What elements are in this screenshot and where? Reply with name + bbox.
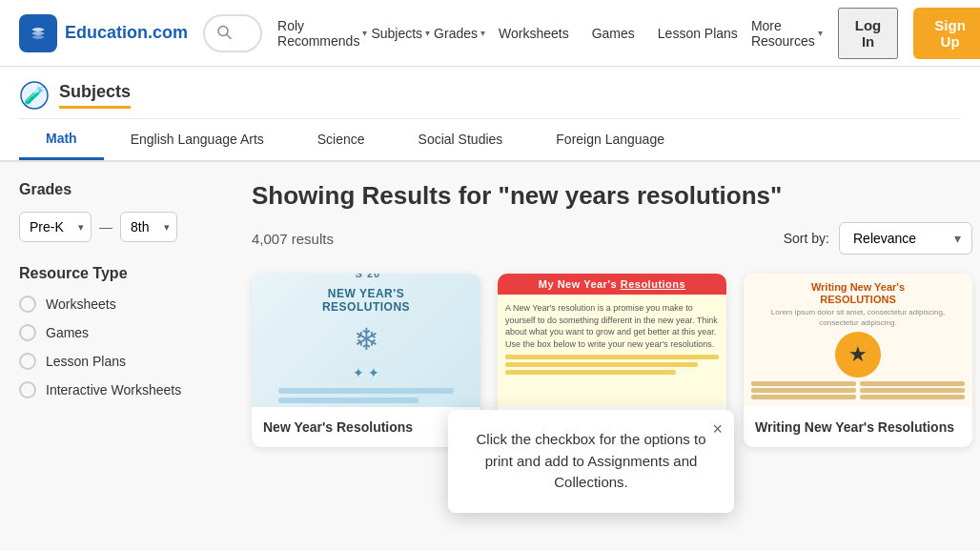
resource-type-section: Resource Type Worksheets Games Lesson Pl…	[19, 265, 229, 398]
login-button[interactable]: Log In	[838, 8, 899, 59]
resource-type-title: Resource Type	[19, 265, 229, 282]
logo-icon	[19, 14, 57, 52]
card-1[interactable]: 'S 20 NEW YEAR'SRESOLUTIONS ❄ ✦ ✦ New Ye…	[252, 274, 480, 447]
search-icon	[216, 24, 232, 42]
nav-games[interactable]: Games	[582, 20, 644, 47]
card-1-illustration: 'S 20 NEW YEAR'SRESOLUTIONS ❄ ✦ ✦	[252, 274, 480, 407]
tab-english[interactable]: English Language Arts	[104, 119, 291, 160]
lesson-plans-label: Lesson Plans	[46, 354, 126, 369]
tab-math[interactable]: Math	[19, 119, 104, 160]
tab-social-studies[interactable]: Social Studies	[392, 119, 530, 160]
radio-interactive-worksheets[interactable]	[19, 381, 36, 398]
card-2-image: My New Year's Resolutions A New Year's r…	[498, 274, 726, 407]
header-nav: Roly Recommends ▾ Subjects ▾ Grades ▾ Wo…	[277, 18, 823, 49]
chevron-down-icon: ▾	[362, 28, 367, 38]
chevron-down-icon: ▾	[480, 28, 485, 38]
card-1-image: 'S 20 NEW YEAR'SRESOLUTIONS ❄ ✦ ✦	[252, 274, 480, 407]
nav-more-resources[interactable]: More Resources ▾	[751, 18, 823, 49]
nav-subjects[interactable]: Subjects ▾	[371, 26, 430, 41]
results-count: 4,007 results	[252, 231, 334, 247]
sort-select[interactable]: Relevance Newest Most Popular	[839, 222, 972, 255]
resource-option-games[interactable]: Games	[19, 324, 229, 341]
svg-text:🧪: 🧪	[24, 85, 46, 106]
worksheets-label: Worksheets	[46, 296, 116, 312]
sort-select-wrap: Relevance Newest Most Popular	[839, 222, 972, 255]
chevron-down-icon: ▾	[425, 28, 430, 38]
interactive-worksheets-label: Interactive Worksheets	[46, 382, 181, 398]
subjects-title: Subjects	[59, 82, 131, 109]
sort-by: Sort by: Relevance Newest Most Popular	[784, 222, 972, 255]
grades-dash: —	[99, 219, 112, 235]
signup-button[interactable]: Sign Up	[913, 8, 980, 59]
logo-text: Education.com	[65, 23, 188, 43]
games-label: Games	[46, 325, 89, 340]
grades-section: Grades Pre-K K 1st 2nd 3rd — 8th 5th	[19, 181, 229, 242]
subjects-bar: 🧪 Subjects Math English Language Arts Sc…	[0, 67, 980, 162]
resource-option-lesson-plans[interactable]: Lesson Plans	[19, 353, 229, 370]
radio-games[interactable]	[19, 324, 36, 341]
results-title: Showing Results for "new years resolutio…	[252, 181, 972, 211]
nav-worksheets[interactable]: Worksheets	[489, 20, 579, 47]
logo[interactable]: Education.com	[19, 14, 188, 52]
tooltip-text: Click the checkbox for the options to pr…	[467, 429, 715, 494]
svg-line-2	[227, 34, 231, 38]
grade-to-select[interactable]: 8th 5th 6th 7th	[120, 212, 177, 242]
subjects-header: 🧪 Subjects	[19, 67, 961, 118]
resource-option-interactive-worksheets[interactable]: Interactive Worksheets	[19, 381, 229, 398]
card-3[interactable]: Writing New Year'sRESOLUTIONS Lorem ipsu…	[744, 274, 972, 447]
radio-lesson-plans[interactable]	[19, 353, 36, 370]
grades-range: Pre-K K 1st 2nd 3rd — 8th 5th 6th 7th	[19, 212, 229, 242]
results-meta: 4,007 results Sort by: Relevance Newest …	[252, 222, 972, 255]
search-input[interactable]	[203, 14, 262, 52]
card-1-body: New Year's Resolutions	[252, 407, 480, 447]
card-1-title: New Year's Resolutions	[263, 418, 469, 436]
sidebar: Grades Pre-K K 1st 2nd 3rd — 8th 5th	[19, 181, 229, 551]
radio-worksheets[interactable]	[19, 296, 36, 313]
tab-foreign-language[interactable]: Foreign Language	[529, 119, 691, 160]
card-3-title: Writing New Year's Resolutions	[755, 418, 961, 436]
tab-science[interactable]: Science	[291, 119, 392, 160]
grade-from-select[interactable]: Pre-K K 1st 2nd 3rd	[19, 212, 92, 242]
results-query: "new years resolutions"	[499, 181, 783, 210]
nav-grades[interactable]: Grades ▾	[434, 26, 485, 41]
subjects-tabs: Math English Language Arts Science Socia…	[19, 118, 961, 160]
tooltip-close-button[interactable]: ×	[712, 419, 723, 439]
results-title-row: Showing Results for "new years resolutio…	[252, 181, 972, 211]
search-bar	[203, 14, 262, 52]
grade-to-wrapper: 8th 5th 6th 7th	[120, 212, 177, 242]
nav-roly-recommends[interactable]: Roly Recommends ▾	[277, 18, 367, 49]
resource-option-worksheets[interactable]: Worksheets	[19, 296, 229, 313]
card-3-body: Writing New Year's Resolutions	[744, 407, 972, 447]
sort-label: Sort by:	[784, 231, 829, 246]
grades-title: Grades	[19, 181, 229, 198]
tooltip-box: × Click the checkbox for the options to …	[448, 410, 734, 513]
subjects-icon: 🧪	[19, 80, 50, 111]
card-3-image: Writing New Year'sRESOLUTIONS Lorem ipsu…	[744, 274, 972, 407]
results-title-prefix: Showing Results for	[252, 181, 491, 210]
grade-from-wrapper: Pre-K K 1st 2nd 3rd	[19, 212, 92, 242]
chevron-down-icon: ▾	[818, 28, 823, 38]
header: Education.com Roly Recommends ▾ Subjects…	[0, 0, 980, 67]
nav-lesson-plans[interactable]: Lesson Plans	[648, 20, 747, 47]
